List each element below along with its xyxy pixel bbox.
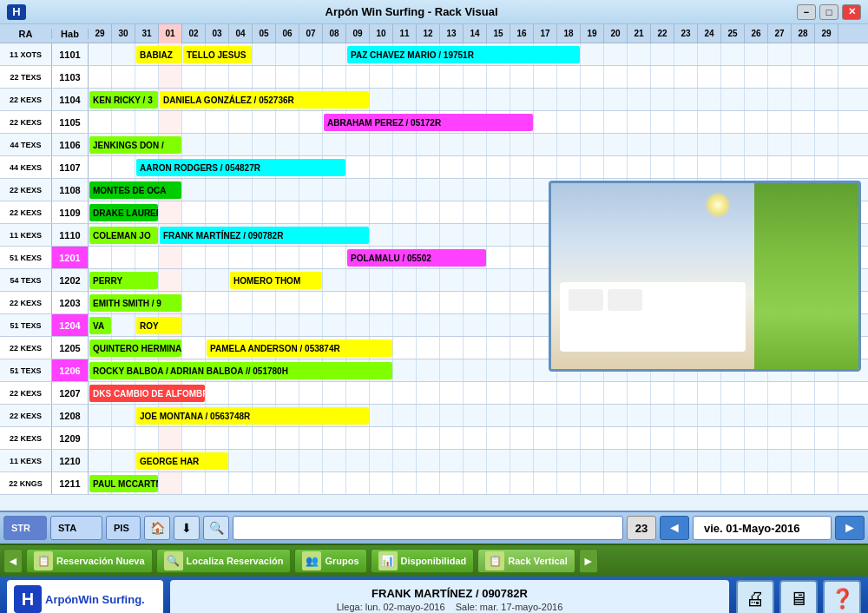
day-cell-26: [698, 382, 721, 404]
day-cell-7: [253, 66, 276, 88]
home-button[interactable]: 🏠: [144, 516, 170, 540]
print-button[interactable]: 🖨: [736, 580, 774, 613]
minimize-button[interactable]: −: [797, 4, 816, 20]
table-row[interactable]: 22 TEXS1103: [0, 66, 868, 89]
reservation-block[interactable]: ABRAHAM PEREZ / 05172R: [324, 114, 533, 131]
reservation-block[interactable]: PAZ CHAVEZ MARIO / 19751R: [347, 46, 580, 63]
pis-button[interactable]: PIS: [106, 516, 141, 540]
reservation-block[interactable]: FRANK MARTÍNEZ / 090782R: [160, 227, 369, 244]
day-cell-7: [253, 179, 276, 201]
day-cell-13: [393, 66, 417, 88]
day-cell-2: [135, 66, 159, 88]
locate-reservation-button[interactable]: 🔍 Localiza Reservación: [156, 549, 292, 573]
day-cell-23: [628, 405, 651, 426]
screen-button[interactable]: 🖥: [779, 580, 818, 613]
day-cell-4: [182, 66, 206, 88]
reservation-block[interactable]: HOMERO THOM: [230, 272, 322, 289]
table-row[interactable]: 22 KEXS1207DKS CAMBIO DE ALFOMBRA: [0, 382, 868, 405]
reservation-block[interactable]: PAUL MCCARTNE: [89, 475, 158, 492]
help-button[interactable]: ❓: [823, 580, 861, 613]
new-reservation-button[interactable]: 📋 Reservación Nueva: [26, 549, 153, 573]
reservation-block[interactable]: MONTES DE OCA: [89, 181, 181, 199]
day-cell-14: [417, 156, 440, 178]
reservation-block[interactable]: PAMELA ANDERSON / 053874R: [207, 339, 392, 357]
reservation-block[interactable]: PERRY: [89, 272, 158, 289]
groups-button[interactable]: 👥 Grupos: [294, 549, 366, 573]
day-cell-18: [510, 292, 534, 313]
day-cell-7: [253, 134, 276, 155]
day-cell-17: [487, 134, 510, 155]
table-row[interactable]: 22 KEXS1104KEN RICKY / 3DANIELA GONZÁLEZ…: [0, 89, 868, 111]
scroll-right-button[interactable]: ►: [579, 549, 598, 573]
day-cell-0: [89, 405, 112, 426]
day-cell-22: [604, 134, 628, 155]
day-cell-16: [464, 89, 487, 110]
table-row[interactable]: 22 KEXS1209: [0, 427, 868, 450]
day-cell-16: [464, 405, 487, 426]
app-icon: H: [7, 4, 26, 20]
day-cell-29: [768, 89, 792, 110]
reservation-block[interactable]: VA: [89, 317, 111, 334]
reservation-block[interactable]: DKS CAMBIO DE ALFOMBRA: [89, 385, 205, 402]
day-cell-3: [159, 247, 182, 268]
reservation-block[interactable]: ROY: [136, 317, 181, 334]
calendar-button[interactable]: 23: [627, 516, 656, 540]
day-cell-5: [206, 292, 229, 313]
day-cell-31: [815, 405, 838, 426]
close-button[interactable]: ✕: [842, 4, 861, 20]
down-button[interactable]: ⬇: [174, 516, 200, 540]
hab-cell: 1105: [52, 111, 89, 133]
reservation-block[interactable]: QUINTERO HERMINA: [89, 339, 181, 357]
day-cell-20: [557, 450, 581, 471]
reservation-block[interactable]: DANIELA GONZÁLEZ / 052736R: [160, 91, 369, 109]
next-date-button[interactable]: ►: [835, 516, 865, 540]
reservation-block[interactable]: AARON RODGERS / 054827R: [136, 159, 345, 176]
day-cell-12: [370, 427, 393, 449]
table-row[interactable]: 22 KEXS1208JOE MONTANA / 0563748R: [0, 405, 868, 427]
reservation-block[interactable]: COLEMAN JO: [89, 227, 158, 244]
availability-button[interactable]: 📊 Disponibilidad: [371, 549, 475, 573]
reservation-block[interactable]: JENKINGS DON /: [89, 136, 181, 154]
hab-cell: 1109: [52, 201, 89, 223]
sta-button[interactable]: STA: [50, 516, 102, 540]
table-row[interactable]: 11 XOTS1101BABIAZTELLO JESUSPAZ CHAVEZ M…: [0, 43, 868, 66]
maximize-button[interactable]: □: [819, 4, 838, 20]
reservation-block[interactable]: BABIAZ: [136, 46, 181, 63]
reservation-block[interactable]: TELLO JESUS: [183, 46, 252, 63]
reservation-block[interactable]: EMITH SMITH / 9: [89, 294, 181, 312]
str-button[interactable]: STR: [3, 516, 47, 540]
day-cell-29: [768, 472, 792, 494]
day-cell-18: [510, 201, 534, 223]
table-row[interactable]: 22 KNGS1211PAUL MCCARTNE: [0, 472, 868, 495]
scroll-left-button[interactable]: ◄: [3, 549, 23, 573]
rack-vertical-button[interactable]: 📋 Rack Vertical: [477, 549, 575, 573]
search-input[interactable]: [233, 516, 623, 540]
reservation-block[interactable]: GEORGE HAR: [136, 452, 228, 470]
day-header-17: 17: [534, 24, 557, 43]
day-cell-28: [745, 472, 768, 494]
day-cell-1: [112, 156, 135, 178]
day-cell-18: [510, 224, 534, 246]
day-cell-17: [487, 472, 510, 494]
footer-logo-icon: H: [14, 585, 42, 613]
day-cell-28: [745, 111, 768, 133]
table-row[interactable]: 11 KEXS1210GEORGE HAR: [0, 450, 868, 472]
hab-cell: 1203: [52, 292, 89, 313]
reservation-block[interactable]: KEN RICKY / 3: [89, 91, 158, 109]
reservation-block[interactable]: DRAKE LAUREN: [89, 204, 158, 221]
day-cell-4: [182, 111, 206, 133]
day-cell-21: [581, 427, 604, 449]
table-row[interactable]: 22 KEXS1105ABRAHAM PEREZ / 05172R: [0, 111, 868, 134]
day-cell-16: [464, 134, 487, 155]
table-row[interactable]: 44 KEXS1107AARON RODGERS / 054827R: [0, 156, 868, 179]
day-cell-1: [112, 314, 135, 336]
day-cell-19: [534, 134, 557, 155]
search-button[interactable]: 🔍: [203, 516, 229, 540]
prev-date-button[interactable]: ◄: [660, 516, 689, 540]
reservation-block[interactable]: JOE MONTANA / 0563748R: [136, 407, 369, 425]
reservation-block[interactable]: ROCKY BALBOA / ADRIAN BALBOA // 051780H: [89, 362, 392, 379]
table-row[interactable]: 44 TEXS1106JENKINGS DON /: [0, 134, 868, 156]
day-cell-15: [440, 382, 464, 404]
reservation-block[interactable]: POLAMALU / 05502: [347, 249, 486, 267]
day-cell-14: [417, 89, 440, 110]
